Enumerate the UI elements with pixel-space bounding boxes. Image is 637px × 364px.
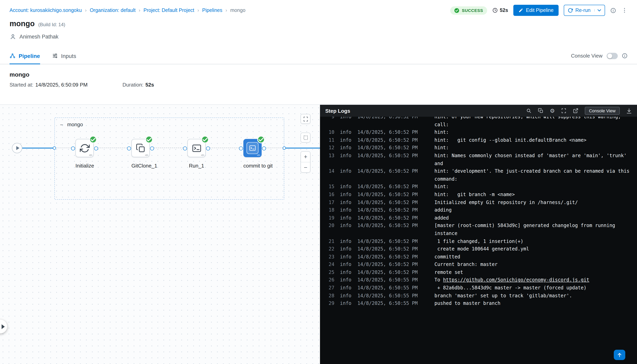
tab-pipeline-label: Pipeline (19, 52, 40, 59)
title-row: mongo (Build Id: 14) (0, 16, 637, 29)
pipeline-node-commit-to-git[interactable]: </>commit to git (243, 139, 262, 169)
log-row: 14info14/8/2025, 6:50:52 PMhint: 'develo… (326, 168, 631, 183)
logs-open-in-new-button[interactable] (573, 108, 579, 114)
log-timestamp: 14/8/2025, 6:50:52 PM (358, 117, 420, 121)
pipeline-icon (10, 53, 16, 59)
breadcrumb-item[interactable]: Pipelines (202, 8, 222, 13)
log-message: hint: git branch -m <name> (434, 191, 630, 199)
pipeline-canvas[interactable]: − mongo </>Initialize</>GitClone_1</>Run… (0, 105, 320, 364)
node-tile[interactable]: </> (243, 139, 262, 157)
breadcrumb-item[interactable]: Project: Default Project (144, 8, 194, 13)
console-view-toggle[interactable] (606, 52, 618, 59)
open-in-new-icon (573, 108, 579, 114)
zoom-in-button[interactable]: + (301, 152, 310, 162)
app-root: Account: kurosakiichigo.songoku›Organiza… (0, 0, 637, 364)
log-level: info (340, 152, 352, 160)
log-row: 28info14/8/2025, 6:50:55 PMbranch 'maste… (326, 292, 631, 300)
canvas-selection-button[interactable] (301, 132, 311, 142)
log-line-number: 20 (326, 222, 334, 230)
scroll-to-top-button[interactable] (614, 350, 625, 360)
log-row: 9info14/8/2025, 6:50:52 PMhint: of your … (326, 117, 631, 128)
logs-toolbar-icons: ⚙ (526, 108, 579, 114)
log-row: 11info14/8/2025, 6:50:52 PMhint: git con… (326, 136, 631, 144)
chevron-down-icon (597, 9, 601, 12)
node-tile[interactable]: </> (188, 139, 206, 157)
log-timestamp: 14/8/2025, 6:50:52 PM (358, 269, 420, 276)
success-check-icon (258, 136, 264, 142)
success-check-icon (146, 136, 152, 142)
log-timestamp: 14/8/2025, 6:50:52 PM (358, 261, 420, 269)
log-level: info (340, 191, 352, 199)
settings-icon: ⚙ (550, 108, 555, 114)
log-line-number: 13 (326, 152, 334, 160)
pipeline-node-gitclone-1[interactable]: </>GitClone_1 (132, 139, 150, 169)
page-title: mongo (10, 20, 35, 28)
logs-download-button[interactable] (626, 108, 632, 114)
log-line-number: 22 (326, 245, 334, 253)
connector-line-end (283, 148, 320, 148)
logs-copy-button[interactable] (538, 108, 544, 114)
refresh-icon (568, 8, 573, 13)
log-level: info (340, 284, 352, 292)
log-timestamp: 14/8/2025, 6:50:52 PM (358, 199, 420, 206)
clone-icon (136, 143, 146, 153)
log-level: info (340, 136, 352, 144)
log-message: committed (434, 253, 630, 261)
log-timestamp: 14/8/2025, 6:50:55 PM (358, 284, 420, 292)
tab-inputs[interactable]: Inputs (52, 48, 76, 64)
zoom-out-button[interactable]: − (301, 162, 310, 172)
console-view-label: Console View (571, 53, 602, 59)
log-timestamp: 14/8/2025, 6:50:52 PM (358, 206, 420, 214)
pipeline-start-node[interactable] (12, 143, 22, 153)
canvas-nav-handle[interactable] (0, 320, 7, 334)
rerun-button[interactable]: Re-run (564, 5, 605, 16)
top-bar: Account: kurosakiichigo.songoku›Organiza… (0, 0, 637, 16)
node-label: Run_1 (188, 163, 206, 169)
info-icon[interactable] (622, 53, 628, 59)
tab-pipeline[interactable]: Pipeline (10, 48, 40, 64)
node-tile[interactable]: </> (76, 139, 94, 157)
rerun-dropdown[interactable] (594, 9, 601, 12)
log-row: 16info14/8/2025, 6:50:52 PMhint: git bra… (326, 191, 631, 199)
log-timestamp: 14/8/2025, 6:50:55 PM (358, 292, 420, 300)
log-link[interactable]: https://github.com/Sonichigo/economy-dis… (443, 277, 589, 283)
success-check-icon (90, 136, 96, 142)
breadcrumb: Account: kurosakiichigo.songoku›Organiza… (10, 8, 245, 13)
breadcrumb-item[interactable]: Organization: default (90, 8, 136, 13)
breadcrumb-item[interactable]: Account: kurosakiichigo.songoku (10, 8, 82, 13)
log-message: To https://github.com/Sonichigo/economy-… (434, 276, 630, 284)
log-level: info (340, 222, 352, 230)
canvas-fullscreen-button[interactable] (301, 114, 311, 124)
logs-settings-button[interactable]: ⚙ (550, 108, 555, 114)
log-level: info (340, 245, 352, 253)
info-button[interactable] (610, 7, 616, 13)
console-view-control: Console View (571, 52, 628, 59)
log-level: info (340, 168, 352, 175)
pipeline-node-run-1[interactable]: </>Run_1 (188, 139, 206, 169)
log-level: info (340, 253, 352, 261)
log-message: Current branch: master (434, 261, 630, 269)
logs-body[interactable]: 9info14/8/2025, 6:50:52 PMhint: of your … (320, 117, 637, 364)
breadcrumb-item: mongo (230, 8, 245, 13)
connector-point (53, 146, 56, 150)
edit-pipeline-button[interactable]: Edit Pipeline (513, 5, 559, 16)
more-options-button[interactable] (621, 7, 628, 14)
logs-search-button[interactable] (526, 108, 532, 114)
run-name: mongo (10, 71, 628, 78)
log-timestamp: 14/8/2025, 6:50:55 PM (358, 276, 420, 284)
top-bar-actions: SUCCESS 52s Edit Pipeline Re-run (450, 5, 628, 16)
log-timestamp: 14/8/2025, 6:50:52 PM (358, 214, 420, 222)
node-tile[interactable]: </> (132, 139, 150, 157)
run-info: mongo Started at:14/8/2025, 6:50:09 PM D… (0, 64, 637, 104)
console-view-button[interactable]: Console View (585, 107, 620, 115)
collapse-stage-button[interactable]: − (60, 122, 63, 127)
pipeline-node-initialize[interactable]: </>Initialize (76, 139, 94, 169)
log-line-number: 16 (326, 191, 334, 199)
log-row: 23info14/8/2025, 6:50:52 PMcommitted (326, 253, 631, 261)
log-message: added (434, 214, 630, 222)
logs-fullscreen-button[interactable] (561, 108, 567, 114)
log-row: 29info14/8/2025, 6:50:55 PMpushed to mas… (326, 300, 631, 308)
log-level: info (340, 300, 352, 308)
tabs: Pipeline Inputs (10, 48, 76, 64)
log-message: create mode 100644 generated.yml (434, 245, 630, 253)
